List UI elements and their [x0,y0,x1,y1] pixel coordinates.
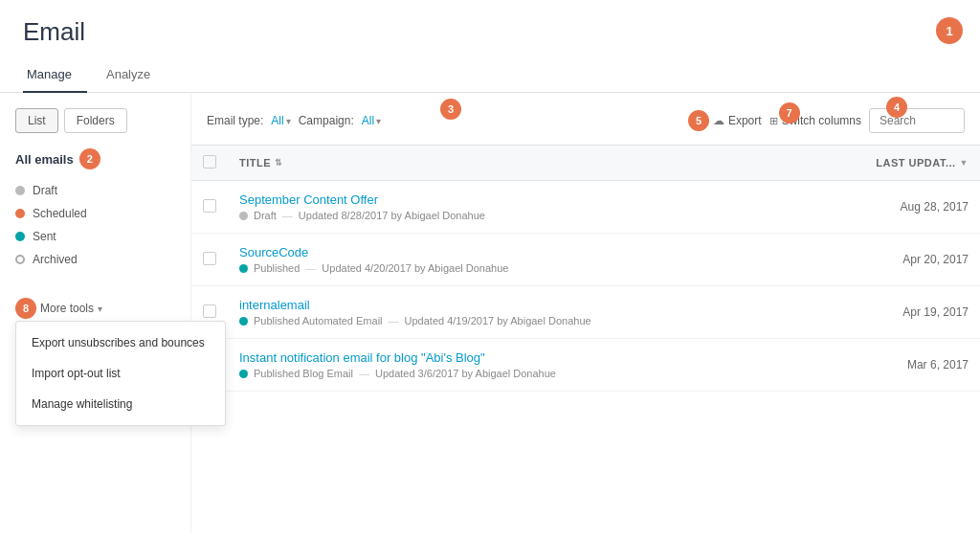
email-meta: Published Blog Email — Updated 3/6/2017 … [239,368,742,379]
email-meta: Draft — Updated 8/28/2017 by Abigael Don… [239,210,742,221]
row-date-cell: Apr 19, 2017 [753,286,980,339]
export-button[interactable]: 5 ☁ Export [688,110,762,131]
updated-text: Updated 4/20/2017 by Abigael Donahue [322,262,508,274]
status-dot [239,212,248,220]
updated-text: Updated 4/19/2017 by Abigael Donahue [405,315,591,326]
search-container: 4 [869,108,965,133]
all-emails-label[interactable]: All emails 2 [15,148,190,169]
export-badge: 5 [688,110,709,131]
row-checkbox-cell [191,234,228,286]
toolbar: 3 Email type: All ▾ Campaign: All ▾ 5 ☁ … [191,108,980,145]
updated-text: Updated 8/28/2017 by Abigael Donahue [299,210,485,221]
draft-dot [15,186,25,195]
email-meta: Published Automated Email — Updated 4/19… [239,315,742,326]
sidebar: List Folders All emails 2 Draft Schedule… [0,93,191,533]
tab-analyze[interactable]: Analyze [102,57,166,93]
updated-text: Updated 3/6/2017 by Abigael Donahue [375,368,556,379]
all-emails-badge: 2 [79,148,100,169]
row-title-cell: SourceCode Published — Updated 4/20/2017… [228,234,753,286]
status-label: Published Automated Email [254,315,383,326]
email-type-select[interactable]: All ▾ [271,114,290,127]
row-checkbox[interactable] [203,252,216,265]
header-badge[interactable]: 1 [936,17,963,44]
campaign-chevron: ▾ [376,116,381,126]
row-checkbox[interactable] [203,304,216,318]
dropdown-item-import[interactable]: Import opt-out list [16,358,225,389]
status-label: Published [254,262,300,274]
email-meta: Published — Updated 4/20/2017 by Abigael… [239,262,742,274]
email-type-label: Email type: [207,114,263,127]
status-dot [239,264,248,273]
sidebar-item-archived[interactable]: Archived [15,248,190,271]
row-title-cell: September Content Offer Draft — Updated … [228,181,753,234]
body-layout: List Folders All emails 2 Draft Schedule… [0,93,980,533]
email-title-link[interactable]: internalemail [239,298,742,312]
export-icon: ☁ [713,114,724,127]
status-dot [239,317,248,326]
row-date-cell: Aug 28, 2017 [753,181,980,234]
dropdown-item-export[interactable]: Export unsubscribes and bounces [16,327,225,358]
email-title-link[interactable]: September Content Offer [239,192,742,207]
tab-manage[interactable]: Manage [23,57,87,93]
title-sort-icon: ⇅ [275,158,283,168]
archived-dot [15,255,25,264]
switch-columns-button[interactable]: 7 ⊞ Switch columns [769,114,861,127]
more-tools-chevron: ▾ [98,304,102,314]
th-date[interactable]: LAST UPDAT... ▼ [753,146,980,181]
row-title-cell: internalemail Published Automated Email … [228,286,753,339]
date-sort-icon: ▼ [960,158,969,168]
tabs-bar: Manage Analyze [0,56,980,93]
dropdown-item-whitelist[interactable]: Manage whitelisting [16,389,225,419]
page-title: Email [23,17,957,47]
row-checkbox-cell [191,181,228,234]
list-button[interactable]: List [15,108,58,133]
sidebar-controls: List Folders [15,108,190,133]
more-tools-badge: 8 [15,298,36,319]
status-label: Draft [254,210,277,221]
sidebar-item-sent[interactable]: Sent [15,225,190,248]
email-table: TITLE ⇅ LAST UPDAT... ▼ [191,145,980,392]
columns-icon: ⊞ [769,115,778,127]
row-date-cell: Apr 20, 2017 [753,234,980,286]
email-title-link[interactable]: SourceCode [239,245,742,259]
campaign-label: Campaign: [299,114,354,127]
row-title-cell: Instant notification email for blog "Abi… [228,339,753,392]
row-date-cell: Mar 6, 2017 [753,339,980,392]
email-type-chevron: ▾ [286,116,291,126]
more-tools-button[interactable]: 8 More tools ▾ [15,294,102,323]
search-badge: 4 [886,97,907,118]
campaign-select[interactable]: All ▾ [362,114,381,127]
sidebar-item-draft[interactable]: Draft [15,179,190,202]
table-row: SourceCode Published — Updated 4/20/2017… [191,234,980,286]
search-input[interactable] [869,108,965,133]
th-title[interactable]: TITLE ⇅ [228,146,753,181]
th-checkbox [191,146,228,181]
scheduled-dot [15,209,25,218]
more-tools: 8 More tools ▾ Export unsubscribes and b… [15,294,190,323]
table-row: Instant notification email for blog "Abi… [191,339,980,392]
email-title-link[interactable]: Instant notification email for blog "Abi… [239,350,742,365]
folders-button[interactable]: Folders [64,108,127,133]
row-checkbox[interactable] [203,199,216,213]
select-all-checkbox[interactable] [203,155,216,169]
toolbar-right: 5 ☁ Export 7 ⊞ Switch columns 4 [688,108,965,133]
status-label: Published Blog Email [254,368,353,379]
status-dot [239,370,248,378]
toolbar-badge: 3 [440,99,461,120]
more-tools-dropdown: Export unsubscribes and bounces Import o… [15,321,226,426]
header: Email 1 [0,0,980,47]
main-content: 3 Email type: All ▾ Campaign: All ▾ 5 ☁ … [191,93,980,533]
sent-dot [15,232,25,241]
table-row: September Content Offer Draft — Updated … [191,181,980,234]
sidebar-item-scheduled[interactable]: Scheduled [15,202,190,225]
switch-columns-badge: 7 [779,102,800,124]
table-row: internalemail Published Automated Email … [191,286,980,339]
